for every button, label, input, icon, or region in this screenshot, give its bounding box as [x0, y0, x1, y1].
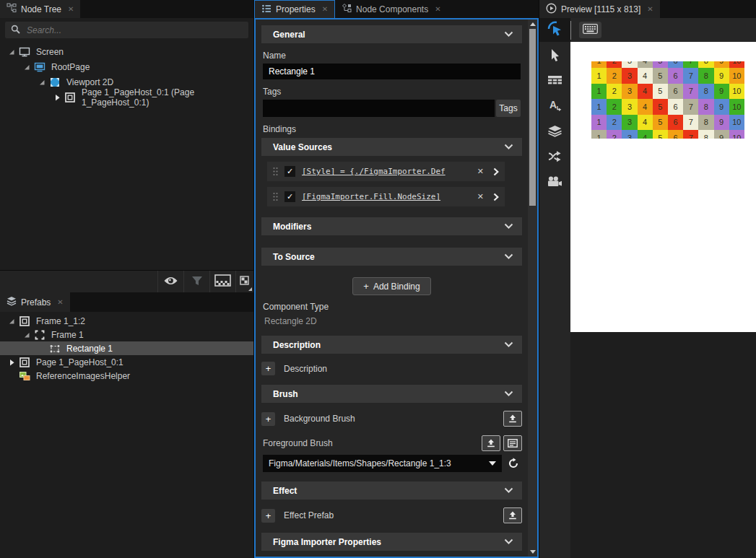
tab-node-tree[interactable]: Node Tree ✕: [0, 0, 80, 18]
tags-button[interactable]: Tags: [496, 100, 521, 117]
binding-expression[interactable]: [Style] = {./FigmaImporter.Def: [302, 167, 469, 176]
tree-item-frame-1[interactable]: Frame 1: [0, 328, 253, 341]
section-effect[interactable]: Effect: [261, 481, 522, 500]
grid-cell: 1: [591, 84, 607, 99]
expander-expanded-icon[interactable]: [36, 79, 47, 86]
tree-item-rootpage[interactable]: RootPage: [0, 59, 253, 74]
binding-expression[interactable]: [FigmaImporter.Fill.NodeSize]: [302, 192, 469, 201]
keyboard-input-button[interactable]: [579, 22, 601, 38]
filter-button[interactable]: [183, 271, 209, 292]
close-icon[interactable]: ✕: [57, 299, 63, 306]
preview-background: [570, 332, 756, 558]
background-options-button[interactable]: [235, 271, 253, 292]
eye-icon: [163, 276, 178, 288]
binding-row[interactable]: ✓ [FigmaImporter.Fill.NodeSize] ✕: [267, 187, 505, 206]
tab-preview[interactable]: Preview [1115 x 813] ✕: [539, 0, 660, 18]
chevron-right-icon[interactable]: [492, 193, 499, 201]
section-value-sources[interactable]: Value Sources: [261, 138, 522, 156]
section-figma-importer[interactable]: Figma Importer Properties: [261, 533, 522, 551]
tags-field[interactable]: [263, 100, 495, 117]
close-icon[interactable]: ✕: [435, 6, 440, 13]
add-binding-button[interactable]: + Add Binding: [352, 277, 430, 295]
layers-button[interactable]: [545, 124, 565, 140]
remove-binding-icon[interactable]: ✕: [476, 167, 485, 176]
add-background-brush-button[interactable]: +: [261, 412, 275, 426]
section-modifiers[interactable]: Modifiers: [261, 217, 522, 235]
properties-scrollbar[interactable]: [528, 19, 537, 557]
chevron-down-icon[interactable]: [504, 539, 513, 545]
drag-handle-icon[interactable]: [273, 167, 278, 176]
tab-properties[interactable]: Properties ✕: [254, 0, 335, 18]
grid-cell: 4: [638, 130, 653, 139]
preview-side-toolbar: A: [539, 42, 570, 558]
chevron-down-icon[interactable]: [504, 31, 513, 38]
expander-expanded-icon[interactable]: [6, 48, 17, 56]
drag-handle-icon[interactable]: [273, 192, 278, 201]
tree-item-page-1-pagehost-0-1-page-1-pagehost-0-1[interactable]: Page 1_PageHost_0:1 (Page 1_PageHost_0:1…: [0, 90, 253, 105]
tree-item-rectangle-1[interactable]: Rectangle 1: [0, 341, 253, 355]
prefabs-tab-label: Prefabs: [21, 297, 51, 308]
tree-item-page-1-pagehost-0-1[interactable]: Page 1_PageHost_0:1: [0, 355, 253, 369]
binding-enabled-checkbox[interactable]: ✓: [284, 166, 295, 177]
chevron-down-icon[interactable]: [504, 487, 513, 494]
grid-cell: 10: [729, 61, 744, 68]
grid-view-button[interactable]: [545, 74, 565, 90]
close-icon[interactable]: ✕: [322, 6, 328, 13]
remove-binding-icon[interactable]: ✕: [476, 192, 485, 201]
section-general[interactable]: General: [261, 25, 522, 43]
scrollbar-thumb[interactable]: [529, 29, 536, 206]
select-tool-button[interactable]: [545, 48, 565, 64]
close-icon[interactable]: ✕: [647, 6, 653, 13]
text-tool-button[interactable]: A: [545, 99, 565, 115]
open-editor-button[interactable]: [503, 435, 522, 451]
tree-item-screen[interactable]: Screen: [0, 44, 253, 59]
properties-body: General Name Tags Tags Bindings Value So…: [254, 18, 539, 558]
preview-canvas[interactable]: 1234567891012345678910123456789101234567…: [570, 42, 756, 332]
section-to-source[interactable]: To Source: [261, 248, 522, 266]
node-tree-search[interactable]: [5, 22, 248, 38]
add-description-button[interactable]: +: [261, 362, 275, 375]
expander-expanded-icon[interactable]: [21, 331, 32, 339]
expander-expanded-icon[interactable]: [21, 64, 32, 71]
background-brush-row: + Background Brush: [261, 411, 522, 427]
grid-cell: 7: [683, 61, 698, 68]
binding-row[interactable]: ✓ [Style] = {./FigmaImporter.Def ✕: [267, 162, 505, 181]
node-tree-tabbar: Node Tree ✕: [0, 0, 253, 18]
scroll-up-icon[interactable]: [530, 22, 536, 26]
visibility-filter-button[interactable]: [157, 271, 183, 292]
expander-collapsed-icon[interactable]: [6, 359, 17, 366]
scroll-down-icon[interactable]: [530, 550, 536, 554]
section-brush[interactable]: Brush: [261, 385, 522, 403]
chevron-down-icon[interactable]: [504, 341, 513, 348]
add-effect-prefab-button[interactable]: +: [261, 509, 275, 523]
grid-cell: 2: [607, 99, 622, 114]
expander-expanded-icon[interactable]: [6, 318, 17, 325]
revert-button[interactable]: [505, 455, 522, 472]
tree-item-frame-1-1-2[interactable]: Frame 1_1:2: [0, 314, 253, 328]
chevron-down-icon[interactable]: [504, 223, 513, 230]
name-field[interactable]: [263, 64, 521, 79]
tab-node-components[interactable]: Node Components ✕: [335, 0, 447, 18]
camera-button[interactable]: [545, 175, 565, 191]
chevron-right-icon[interactable]: [492, 167, 499, 176]
close-icon[interactable]: ✕: [68, 6, 74, 13]
state-tools-button[interactable]: [545, 149, 565, 165]
grid-cell: 3: [622, 68, 637, 83]
chevron-down-icon[interactable]: [504, 144, 513, 150]
chevron-down-icon[interactable]: [504, 253, 513, 260]
push-to-default-button[interactable]: [482, 435, 500, 451]
interact-tool-button[interactable]: [539, 18, 570, 42]
push-to-default-button[interactable]: [503, 411, 522, 427]
checkerboard-button[interactable]: [209, 271, 235, 292]
page-icon: [18, 315, 30, 327]
expander-collapsed-icon[interactable]: [51, 94, 62, 101]
section-description[interactable]: Description: [261, 336, 522, 354]
foreground-brush-select[interactable]: Figma/Materials/Items/Shapes/Rectangle 1…: [263, 455, 502, 472]
binding-enabled-checkbox[interactable]: ✓: [284, 191, 295, 202]
tab-prefabs[interactable]: Prefabs ✕: [0, 292, 70, 312]
search-input[interactable]: [25, 25, 243, 36]
shuffle-icon: [548, 150, 562, 165]
tree-item-referenceimageshelper[interactable]: ReferenceImagesHelper: [0, 369, 253, 383]
chevron-down-icon[interactable]: [504, 391, 513, 397]
push-to-default-button[interactable]: [503, 507, 522, 523]
